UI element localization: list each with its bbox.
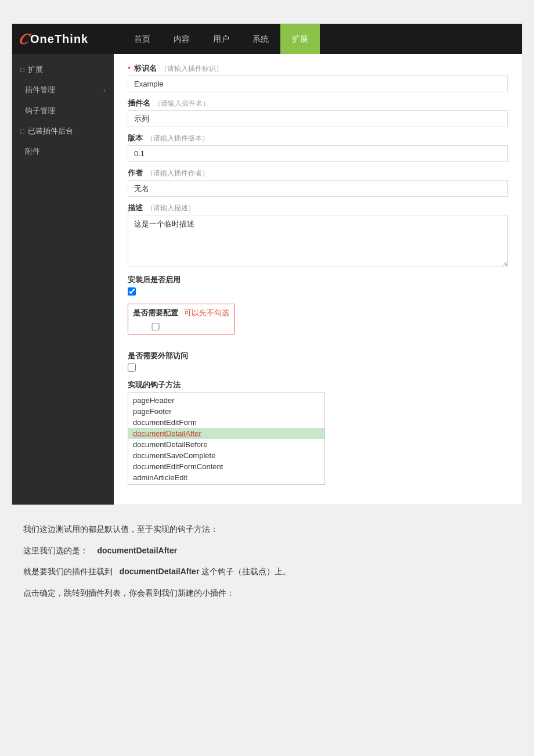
external-access-row — [128, 363, 508, 372]
form-group-version: 版本 （请输入插件版本） — [128, 133, 508, 162]
form-group-author: 作者 （请输入插件作者） — [128, 168, 508, 197]
nav-item-user[interactable]: 用户 — [201, 24, 241, 54]
author-input[interactable] — [128, 180, 508, 197]
version-hint: （请输入插件版本） — [146, 134, 209, 143]
identifier-input[interactable] — [128, 75, 508, 92]
version-input[interactable] — [128, 145, 508, 162]
version-label: 版本 （请输入插件版本） — [128, 133, 508, 143]
install-enable-label: 安装后是否启用 — [128, 275, 508, 285]
hook-item-documenteditform[interactable]: documentEditForm — [128, 417, 324, 428]
hook-item-adminindex[interactable]: AdminIndex — [128, 483, 324, 485]
author-label-text: 作者 — [128, 168, 143, 178]
sidebar-item-hook-management[interactable]: 钩子管理 — [12, 100, 114, 121]
sidebar-item-attachment-label: 附件 — [25, 146, 40, 157]
logo-text: OneThink — [30, 33, 88, 46]
bottom-line3-keyword: documentDetailAfter — [120, 567, 200, 576]
needs-config-checkbox[interactable] — [133, 323, 178, 330]
needs-config-label: 是否需要配置 — [133, 308, 178, 318]
expand-icon-extend: □ — [20, 66, 24, 73]
sidebar-item-attachment[interactable]: 附件 — [12, 141, 114, 162]
author-hint: （请输入插件作者） — [146, 168, 209, 178]
hook-item-pagefooter[interactable]: pageFooter — [128, 406, 324, 417]
form-group-hooks: 实现的钩子方法 pageHeader pageFooter documentEd… — [128, 380, 508, 485]
sidebar-item-plugin-management-label: 插件管理 — [25, 85, 55, 95]
hook-item-adminarticleedit[interactable]: adminArticleEdit — [128, 472, 324, 483]
hook-item-pageheader[interactable]: pageHeader — [128, 395, 324, 406]
hook-item-documentdetailafter[interactable]: documentDetailAfter — [128, 428, 324, 439]
bottom-line3: 就是要我们的插件挂载到 documentDetailAfter 这个钩子（挂载点… — [23, 564, 511, 579]
needs-config-wrapper: 是否需要配置 可以先不勾选 — [128, 304, 508, 343]
required-mark: * — [128, 64, 131, 73]
name-label-text: 插件名 — [128, 98, 150, 109]
plugin-name-input[interactable] — [128, 110, 508, 127]
logo-icon: 𝐶 — [18, 30, 28, 48]
sidebar-group-extend-label: 扩展 — [28, 64, 43, 75]
nav-item-home[interactable]: 首页 — [122, 24, 162, 54]
identifier-label: * 标识名 （请输入插件标识） — [128, 63, 508, 74]
author-label: 作者 （请输入插件作者） — [128, 168, 508, 178]
identifier-label-text: 标识名 — [134, 63, 157, 74]
bottom-line2: 这里我们选的是： documentDetailAfter — [23, 543, 511, 559]
install-enable-row — [128, 287, 508, 296]
hook-list[interactable]: pageHeader pageFooter documentEditForm d… — [128, 392, 325, 485]
bottom-line2-keyword: documentDetailAfter — [98, 546, 178, 555]
sidebar-group-installed-label: 已装插件后台 — [28, 126, 73, 136]
external-access-label: 是否需要外部访问 — [128, 351, 508, 361]
bottom-line1: 我们这边测试用的都是默认值，至于实现的钩子方法： — [23, 521, 511, 537]
form-group-desc: 描述 （请输入描述） 这是一个临时描述 — [128, 203, 508, 269]
content-area: □ 扩展 插件管理 › 钩子管理 □ 已装插件后台 附件 — [12, 54, 522, 505]
needs-config-group: 是否需要配置 可以先不勾选 — [128, 304, 234, 334]
nav-item-system[interactable]: 系统 — [241, 24, 280, 54]
form-group-identifier: * 标识名 （请输入插件标识） — [128, 63, 508, 92]
logo: 𝐶 OneThink — [18, 30, 122, 48]
hook-item-documentdetailbefore[interactable]: documentDetailBefore — [128, 439, 324, 450]
needs-config-note: 可以先不勾选 — [184, 308, 229, 318]
arrow-icon-plugin: › — [103, 87, 106, 93]
needs-config-label-col: 是否需要配置 — [133, 308, 178, 330]
bottom-text: 我们这边测试用的都是默认值，至于实现的钩子方法： 这里我们选的是： docume… — [12, 505, 522, 618]
nav-item-extend[interactable]: 扩展 — [280, 24, 320, 54]
sidebar: □ 扩展 插件管理 › 钩子管理 □ 已装插件后台 附件 — [12, 54, 114, 505]
main-content: * 标识名 （请输入插件标识） 插件名 （请输入插件名） — [114, 54, 522, 505]
bottom-line4: 点击确定，跳转到插件列表，你会看到我们新建的小插件： — [23, 585, 511, 601]
hook-methods-label: 实现的钩子方法 — [128, 380, 508, 390]
checkbox-group-install-enable: 安装后是否启用 — [128, 275, 508, 296]
name-label: 插件名 （请输入插件名） — [128, 98, 508, 109]
nav-item-content[interactable]: 内容 — [162, 24, 201, 54]
desc-textarea[interactable]: 这是一个临时描述 — [128, 215, 508, 267]
sidebar-group-installed: □ 已装插件后台 — [12, 121, 114, 141]
external-access-checkbox[interactable] — [128, 363, 136, 372]
main-box: 𝐶 OneThink 首页 内容 用户 系统 扩展 □ 扩展 插件管理 — [12, 23, 522, 505]
form-group-name: 插件名 （请输入插件名） — [128, 98, 508, 127]
page-wrapper: 𝐶 OneThink 首页 内容 用户 系统 扩展 □ 扩展 插件管理 — [0, 0, 534, 641]
sidebar-item-hook-label: 钩子管理 — [25, 106, 55, 116]
bottom-line2-prefix: 这里我们选的是： — [23, 546, 88, 555]
navbar: 𝐶 OneThink 首页 内容 用户 系统 扩展 — [12, 24, 522, 54]
sidebar-group-extend: □ 扩展 — [12, 60, 114, 80]
sidebar-item-plugin-management[interactable]: 插件管理 › — [12, 80, 114, 100]
nav-links: 首页 内容 用户 系统 扩展 — [122, 24, 522, 54]
bottom-line3-suffix: 这个钩子（挂载点）上。 — [201, 567, 291, 576]
bottom-line3-prefix: 就是要我们的插件挂载到 — [23, 567, 113, 576]
install-enable-checkbox[interactable] — [128, 287, 136, 296]
name-hint: （请输入插件名） — [154, 99, 210, 109]
expand-icon-installed: □ — [20, 128, 24, 135]
desc-hint: （请输入描述） — [146, 203, 195, 213]
hook-item-documenteditformcontent[interactable]: documentEditFormContent — [128, 461, 324, 472]
version-label-text: 版本 — [128, 133, 143, 143]
desc-label-text: 描述 — [128, 203, 143, 213]
identifier-hint: （请输入插件标识） — [160, 64, 223, 74]
checkbox-group-external: 是否需要外部访问 — [128, 351, 508, 372]
hook-item-documentsavecomplete[interactable]: documentSaveComplete — [128, 450, 324, 461]
desc-label: 描述 （请输入描述） — [128, 203, 508, 213]
